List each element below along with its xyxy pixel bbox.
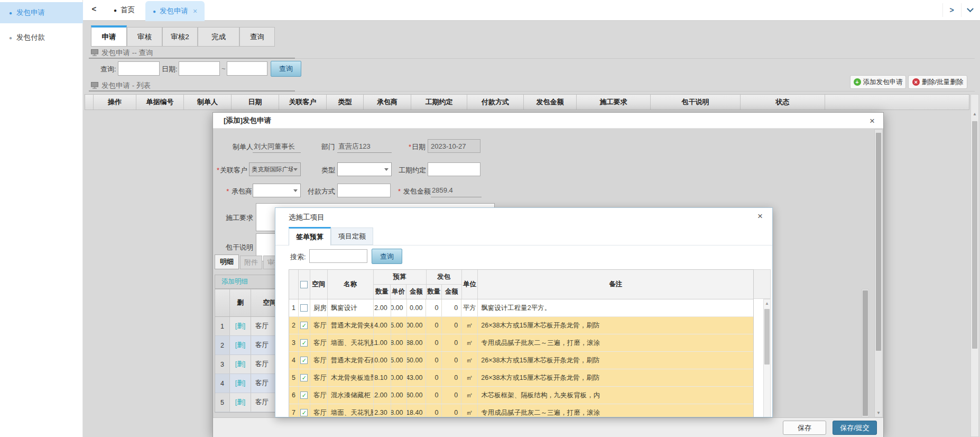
save-button[interactable]: 保存 xyxy=(783,421,826,435)
payment-label: 付款方式 xyxy=(308,187,335,196)
chevron-down-icon xyxy=(293,168,298,171)
remark-cell: 木芯板框架、隔板结构，九夹板背板，内 xyxy=(478,387,753,404)
delete-row-link[interactable]: [删] xyxy=(230,317,251,335)
row-checkbox-checked[interactable] xyxy=(300,409,308,416)
duration-input[interactable] xyxy=(428,162,480,176)
budget-group-label: 预算 xyxy=(374,270,426,285)
date-value-input[interactable]: 2023-10-27 xyxy=(428,139,480,153)
scrollbar-thumb[interactable] xyxy=(972,121,977,349)
picker-close-icon[interactable]: × xyxy=(757,212,763,221)
picker-table-row[interactable]: 6客厅混水漆储藏柜（深600mm12.00180.002160.0000㎡木芯板… xyxy=(289,387,753,404)
unit-header: 单位 xyxy=(462,270,478,299)
sidebar-item-label: 发包申请 xyxy=(16,8,45,17)
tab-close-icon[interactable]: × xyxy=(193,7,197,15)
delete-row-link[interactable]: [删] xyxy=(230,393,251,412)
scrollbar-thumb[interactable] xyxy=(863,290,868,416)
outsource-group-label: 发包 xyxy=(427,270,461,285)
type-select[interactable] xyxy=(337,162,392,176)
budget-price-cell: 8.00 xyxy=(391,404,407,417)
row-checkbox-checked[interactable] xyxy=(300,357,308,364)
tab-scroll-right-icon[interactable]: > xyxy=(942,3,960,17)
tab-scroll-left-icon[interactable]: < xyxy=(88,4,100,16)
checkbox-cell xyxy=(299,334,310,351)
page-scrollbar[interactable]: ▲ xyxy=(970,94,979,437)
delete-row-link[interactable]: [删] xyxy=(230,355,251,374)
add-detail-link[interactable]: 添加明细 xyxy=(221,277,248,286)
column-header: 关联客户 xyxy=(279,95,327,110)
remark-cell: 飘窗设计工程量2平方。 xyxy=(478,299,753,316)
tab-attachment[interactable]: 附件 xyxy=(240,256,262,269)
picker-table-row[interactable]: 1厨房飘窗设计2.000.000.0000平方飘窗设计工程量2平方。 xyxy=(289,299,753,317)
sidebar-item-dispatch-apply[interactable]: ● 发包申请 xyxy=(0,2,83,23)
select-all-checkbox[interactable] xyxy=(300,281,308,288)
query-section-title: 发包申请 -- 查询 xyxy=(101,48,153,58)
tab-review[interactable]: 审核 xyxy=(127,27,162,47)
outsource-qty-cell: 0 xyxy=(426,299,442,316)
duration-label: 工期约定 xyxy=(399,166,426,175)
picker-table: 空间 名称 预算 数量 单价 金额 发包 数量 金额 单位 备注 1厨房飘窗设计… xyxy=(289,269,754,417)
query-input[interactable] xyxy=(118,61,160,76)
customer-label: *关联客户 xyxy=(213,166,247,175)
scrollbar-thumb[interactable] xyxy=(764,309,770,365)
outsource-qty-cell: 0 xyxy=(426,352,442,369)
column-header: 单据编号 xyxy=(136,95,184,110)
scroll-down-icon[interactable]: ▼ xyxy=(875,411,882,415)
delete-row-link[interactable]: [删] xyxy=(230,374,251,393)
row-number-header xyxy=(289,270,299,299)
tab-project-quota[interactable]: 项目定额 xyxy=(331,227,373,245)
detail-area-scrollbar[interactable] xyxy=(862,289,869,417)
tab-apply[interactable]: 申请 xyxy=(91,25,127,47)
delete-batch-button[interactable]: × 删除/批量删除 xyxy=(908,75,967,89)
date-label: *日期 xyxy=(409,142,426,152)
tab-label: 首页 xyxy=(121,5,135,15)
row-number: 4 xyxy=(289,352,299,369)
divider xyxy=(295,91,975,92)
picker-table-row[interactable]: 2客厅普通木龙骨夹板墙面4.0025.00100.0000㎡26×38木方或15… xyxy=(289,317,753,334)
row-number: 5 xyxy=(289,369,299,386)
picker-table-row[interactable]: 4客厅普通木龙骨石膏板墙面10.0025.00250.0000㎡26×38木方或… xyxy=(289,352,753,369)
tab-signed-budget[interactable]: 签单预算 xyxy=(289,227,331,245)
row-checkbox[interactable] xyxy=(300,304,308,312)
contractor-select[interactable] xyxy=(253,184,301,197)
modal-body-scrollbar[interactable]: ▼ xyxy=(874,129,883,417)
save-submit-button[interactable]: 保存/提交 xyxy=(833,421,877,435)
bullet-icon: ● xyxy=(153,8,156,14)
delete-row-link[interactable]: [删] xyxy=(230,336,251,354)
scroll-up-icon[interactable]: ▲ xyxy=(971,112,978,116)
delete-column-header: 删 xyxy=(230,289,251,316)
row-checkbox-checked[interactable] xyxy=(300,374,308,381)
picker-scrollbar[interactable]: ▲ xyxy=(763,299,771,417)
scroll-up-icon[interactable]: ▲ xyxy=(764,301,770,306)
add-dispatch-button[interactable]: + 添加发包申请 xyxy=(850,75,906,89)
price-header: 单价 xyxy=(391,285,406,299)
picker-table-header: 空间 名称 预算 数量 单价 金额 发包 数量 金额 单位 备注 xyxy=(289,270,753,299)
date-end-input[interactable] xyxy=(227,61,267,76)
tab-query[interactable]: 查询 xyxy=(239,27,275,47)
tab-complete[interactable]: 完成 xyxy=(198,27,239,47)
customer-select[interactable]: 奥克斯国际广场1栋5单 xyxy=(249,162,301,176)
remark-cell: 专用成品腻子批灰二～三遍，打磨，滚涂 xyxy=(478,334,753,351)
tab-dispatch-apply[interactable]: ● 发包申请 × xyxy=(145,1,205,21)
scrollbar-thumb[interactable] xyxy=(876,133,881,351)
row-checkbox-checked[interactable] xyxy=(300,392,308,399)
tab-detail[interactable]: 明细 xyxy=(215,254,239,269)
sidebar-item-dispatch-payment[interactable]: ● 发包付款 xyxy=(0,29,83,47)
row-checkbox-checked[interactable] xyxy=(300,322,308,329)
picker-search-input[interactable] xyxy=(309,249,367,263)
tab-review2[interactable]: 审核2 xyxy=(162,27,198,47)
name-cell: 普通木龙骨石膏板墙面 xyxy=(328,352,374,369)
picker-table-row[interactable]: 7客厅墙面、天花乳胶漆2.308.0018.4000㎡专用成品腻子批灰二～三遍，… xyxy=(289,404,753,417)
picker-table-row[interactable]: 3客厅墙面、天花乳胶漆11.008.0088.0000㎡专用成品腻子批灰二～三遍… xyxy=(289,334,753,352)
tab-list-dropdown-icon[interactable] xyxy=(961,3,979,17)
search-button[interactable]: 查询 xyxy=(271,61,301,77)
date-start-input[interactable] xyxy=(179,61,220,76)
remark-cell: 26×38木方或15厘木芯板开条龙骨，刷防 xyxy=(478,317,753,334)
picker-search-button[interactable]: 查询 xyxy=(372,249,402,264)
budget-qty-cell: 8.10 xyxy=(374,369,391,386)
picker-table-row[interactable]: 5客厅木龙骨夹板造型墙面8.1030.00243.0000㎡26×38木方或15… xyxy=(289,369,753,387)
modal-close-icon[interactable]: × xyxy=(870,116,875,125)
tab-home[interactable]: ● 首页 xyxy=(104,0,144,20)
bullet-icon: ● xyxy=(114,7,117,13)
row-checkbox-checked[interactable] xyxy=(300,339,308,347)
payment-input[interactable] xyxy=(337,184,391,197)
